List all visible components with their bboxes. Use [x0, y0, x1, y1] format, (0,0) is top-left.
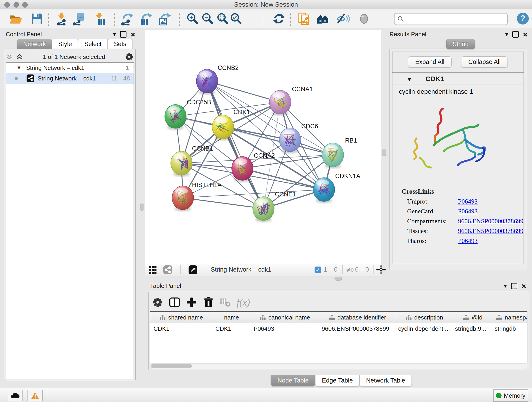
fit-content-button[interactable] [376, 265, 386, 275]
column-header-database-identifier[interactable]: database identifier [319, 312, 396, 323]
node-CDKN1A[interactable]: CDKN1A [313, 172, 360, 203]
float-panel-button[interactable] [512, 31, 519, 38]
close-panel-button[interactable]: × [523, 32, 527, 37]
edge-HIST1H1A-CCNE1[interactable] [183, 198, 264, 209]
tab-style[interactable]: Style [52, 39, 78, 49]
tab-network[interactable]: Network [17, 39, 52, 49]
crosslink-link[interactable]: P06493 [458, 237, 478, 245]
create-column-icon[interactable] [186, 297, 197, 308]
export-image-button[interactable] [158, 12, 171, 26]
column-header-shared-name[interactable]: shared name [150, 312, 212, 323]
birdseye-view-button[interactable] [149, 266, 157, 275]
save-session-button[interactable] [30, 12, 44, 26]
export-table-button[interactable] [139, 12, 152, 26]
open-session-button[interactable] [9, 12, 22, 26]
bottom-splitter-handle[interactable] [335, 277, 342, 281]
selected-nodes-checkbox[interactable]: ✓ [315, 267, 321, 273]
function-builder-button-disabled: f(x) [237, 297, 250, 308]
cell-shared-name[interactable]: CDK1 [150, 325, 212, 332]
node-CCNB1[interactable]: CCNB1 [171, 145, 213, 177]
column-header-description[interactable]: description [396, 312, 453, 323]
tab-edge-table[interactable]: Edge Table [315, 375, 360, 386]
node-CCNB2[interactable]: CCNB2 [196, 64, 239, 95]
cell-name[interactable]: CDK1 [212, 325, 250, 332]
tab-sets[interactable]: Sets [108, 39, 133, 49]
column-header-name[interactable]: name [212, 312, 251, 323]
node-CCNE1[interactable]: CCNE1 [253, 191, 296, 222]
collapse-all-icon[interactable] [6, 53, 13, 60]
collection-expand-caret[interactable]: ▼ [17, 65, 22, 71]
node-CDC25B[interactable]: CDC25B [165, 99, 211, 130]
panel-menu-caret[interactable]: ▾ [113, 31, 116, 38]
expand-all-button[interactable]: Expand All [408, 56, 452, 67]
help-button[interactable]: ? [517, 13, 529, 25]
float-panel-button[interactable] [511, 283, 517, 289]
column-header-@id[interactable]: @id [453, 312, 493, 323]
node-RB1[interactable]: RB1 [322, 137, 357, 168]
network-share-badge[interactable] [163, 265, 172, 275]
import-table-button[interactable] [93, 12, 106, 26]
zoom-out-button[interactable] [201, 12, 214, 26]
open-in-window-button[interactable] [189, 265, 197, 275]
node-CCNA1[interactable]: CCNA1 [269, 86, 313, 116]
crosslink-link[interactable]: 9606.ENSP00000378699 [458, 227, 523, 235]
network-collection-row[interactable]: ▼ String Network – cdk1 1 [6, 63, 133, 73]
warnings-button[interactable] [27, 390, 43, 401]
cell-description[interactable]: cyclin-dependent ... [395, 325, 452, 332]
show-graphics-button[interactable] [357, 12, 371, 26]
cell-@id[interactable]: stringdb:9... [452, 325, 491, 332]
collapse-all-button[interactable]: Collapse All [461, 56, 508, 67]
crosslink-link[interactable]: 9606.ENSP00000378699 [458, 217, 523, 225]
table-row[interactable]: CDK1CDK1P064939606.ENSP00000378699cyclin… [150, 323, 527, 334]
node-CDC6[interactable]: CDC6 [279, 123, 318, 153]
horizontal-scrollbar[interactable] [150, 364, 527, 369]
home-neighbors-button[interactable] [316, 12, 329, 26]
import-network-button[interactable] [55, 12, 68, 26]
node-HIST1H1A[interactable]: HIST1H1A [172, 182, 222, 211]
import-database-button[interactable] [72, 12, 85, 26]
column-header-canonical-name[interactable]: canonical name [251, 312, 319, 323]
export-network-button[interactable] [120, 12, 133, 26]
zoom-fit-button[interactable] [216, 12, 229, 26]
search-input[interactable] [406, 15, 507, 23]
show-columns-icon[interactable] [169, 297, 180, 308]
network-graph[interactable]: CCNB2CCNA1CDC25BCDK1CDC6RB1CCNB1CCNA2CDK… [145, 30, 381, 263]
tab-string[interactable]: String [446, 39, 475, 49]
crosslink-link[interactable]: P06493 [458, 208, 478, 215]
close-panel-button[interactable]: × [521, 283, 526, 288]
float-panel-button[interactable] [120, 31, 127, 38]
table-tabs: Node Table Edge Table Network Table [271, 375, 412, 386]
network-canvas[interactable]: CCNB2CCNA1CDC25BCDK1CDC6RB1CCNB1CCNA2CDK… [145, 30, 381, 263]
hide-unhide-button[interactable] [336, 12, 350, 26]
column-header-namespace[interactable]: namespace [493, 312, 527, 323]
edge-CCNB2-CCNE1[interactable] [207, 81, 264, 209]
network-row-selected[interactable]: String Network – cdk1 11 48 [6, 73, 133, 84]
cell-database-identifier[interactable]: 9606.ENSP00000378699 [318, 325, 395, 332]
tab-node-table[interactable]: Node Table [271, 375, 315, 386]
panel-menu-caret[interactable]: ▾ [504, 282, 507, 289]
gear-icon[interactable] [125, 53, 133, 61]
cell-canonical-name[interactable]: P06493 [250, 325, 318, 332]
zoom-selected-button[interactable] [229, 12, 242, 26]
cloud-status-button[interactable] [8, 390, 23, 401]
crosslink-link[interactable]: P06493 [458, 198, 478, 205]
left-splitter-handle[interactable] [140, 204, 144, 211]
right-splitter-handle[interactable] [382, 149, 386, 156]
hidden-elements-icon[interactable] [346, 266, 354, 275]
close-panel-button[interactable]: × [131, 32, 135, 37]
delete-column-icon[interactable] [203, 297, 214, 308]
entry-header[interactable]: ▼ CDK1 [393, 73, 524, 85]
scrollbar-thumb[interactable] [151, 364, 192, 368]
network-from-document-button[interactable] [298, 12, 311, 26]
entry-collapse-caret[interactable]: ▼ [407, 76, 412, 83]
hidden-counts: 0 – 0 [355, 263, 369, 276]
table-settings-gear-icon[interactable] [152, 297, 163, 308]
panel-menu-caret[interactable]: ▾ [505, 31, 508, 38]
tab-network-table[interactable]: Network Table [360, 375, 412, 386]
zoom-in-button[interactable] [186, 12, 199, 26]
expand-all-icon[interactable] [16, 53, 23, 60]
tab-select[interactable]: Select [78, 39, 108, 49]
memory-button[interactable]: Memory [493, 389, 528, 402]
refresh-button[interactable] [272, 12, 285, 26]
cell-namespace[interactable]: stringdb [491, 325, 527, 332]
